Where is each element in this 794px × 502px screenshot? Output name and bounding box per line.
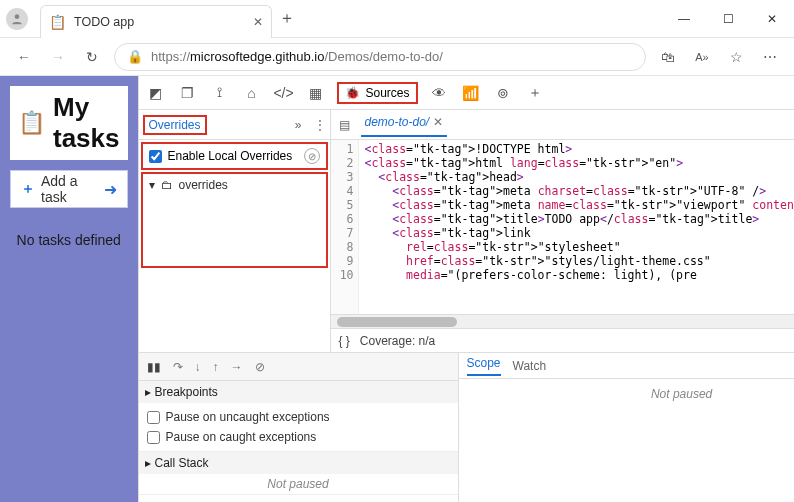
submit-task-icon[interactable]: ➜: [104, 180, 117, 199]
callstack-section: ▸ Call Stack Not paused: [139, 452, 458, 495]
page-icon[interactable]: ▤: [335, 118, 355, 132]
tab-title: TODO app: [74, 15, 245, 29]
clipboard-icon: 📋: [18, 110, 45, 136]
folder-icon: 🗀: [161, 178, 173, 192]
tab-favicon: 📋: [49, 14, 66, 30]
eye-icon[interactable]: 👁: [428, 85, 450, 101]
step-button[interactable]: →: [231, 360, 243, 374]
favorite-button[interactable]: ☆: [724, 49, 748, 65]
plus-icon: ＋: [21, 180, 35, 198]
close-window-button[interactable]: ✕: [750, 0, 794, 37]
debugger-pane: ▮▮ ↷ ↓ ↑ → ⊘ ▸ Breakpoints Pause on unca…: [139, 352, 795, 502]
device-toggle-icon[interactable]: ❐: [177, 85, 199, 101]
pretty-print-icon[interactable]: { }: [339, 334, 350, 348]
network-tab[interactable]: ▦: [305, 85, 327, 101]
inspect-element-icon[interactable]: ◩: [145, 85, 167, 101]
window-titlebar: 📋 TODO app ✕ ＋ ― ☐ ✕: [0, 0, 794, 38]
horizontal-scrollbar[interactable]: [331, 314, 795, 328]
pause-uncaught-checkbox[interactable]: Pause on uncaught exceptions: [147, 407, 450, 427]
callstack-header[interactable]: ▸ Call Stack: [139, 452, 458, 474]
coverage-status: Coverage: n/a: [360, 334, 435, 348]
triangle-down-icon: ▾: [149, 178, 155, 192]
line-gutter: 12345678910: [331, 140, 359, 314]
read-aloud-icon[interactable]: A»: [690, 51, 714, 63]
sources-tab[interactable]: 🐞 Sources: [337, 82, 418, 104]
close-tab-icon[interactable]: ✕: [253, 15, 263, 29]
app-title: My tasks: [53, 92, 120, 154]
svg-point-0: [15, 14, 20, 19]
file-tabs: ▤ demo-to-do/ ✕: [331, 110, 795, 140]
new-tab-button[interactable]: ＋: [272, 0, 302, 37]
more-button[interactable]: ⋯: [758, 49, 782, 65]
sources-editor: ▤ demo-to-do/ ✕ 12345678910 <class="tk-t…: [331, 110, 795, 352]
step-into-button[interactable]: ↓: [195, 360, 201, 374]
watch-tab[interactable]: Watch: [513, 359, 547, 373]
bug-icon: 🐞: [345, 86, 360, 100]
devtools-panel: ◩ ❐ ⟟ ⌂ </> ▦ 🐞 Sources 👁 📶 ⊚ ＋ ⋯ ? ✕: [138, 76, 795, 502]
debugger-toolbar: ▮▮ ↷ ↓ ↑ → ⊘: [139, 353, 458, 381]
enable-overrides-checkbox[interactable]: [149, 150, 162, 163]
devtools-toolbar: ◩ ❐ ⟟ ⌂ </> ▦ 🐞 Sources 👁 📶 ⊚ ＋ ⋯ ? ✕: [139, 76, 795, 110]
forward-button[interactable]: →: [46, 49, 70, 65]
pause-caught-checkbox[interactable]: Pause on caught exceptions: [147, 427, 450, 447]
back-button[interactable]: ←: [12, 49, 36, 65]
navigator-menu[interactable]: ⋮: [314, 118, 326, 132]
step-out-button[interactable]: ↑: [213, 360, 219, 374]
overrides-folder[interactable]: ▾ 🗀 overrides: [149, 178, 320, 192]
console-tab[interactable]: </>: [273, 85, 295, 101]
debugger-left: ▮▮ ↷ ↓ ↑ → ⊘ ▸ Breakpoints Pause on unca…: [139, 353, 459, 502]
pause-button[interactable]: ▮▮: [147, 360, 161, 374]
profile-button[interactable]: [0, 0, 34, 37]
step-over-button[interactable]: ↷: [173, 360, 183, 374]
performance-icon[interactable]: ⊚: [492, 85, 514, 101]
more-tabs-button[interactable]: ＋: [524, 84, 546, 102]
file-tab[interactable]: demo-to-do/ ✕: [361, 112, 448, 137]
app-header: 📋 My tasks: [10, 86, 128, 160]
breakpoints-section: ▸ Breakpoints Pause on uncaught exceptio…: [139, 381, 458, 452]
editor-status-bar: { } Coverage: n/a 🖼: [331, 328, 795, 352]
breakpoints-header[interactable]: ▸ Breakpoints: [139, 381, 458, 403]
browser-tab[interactable]: 📋 TODO app ✕: [40, 5, 272, 38]
person-icon: [6, 8, 28, 30]
welcome-icon[interactable]: ⟟: [209, 84, 231, 101]
clear-overrides-icon[interactable]: ⊘: [304, 148, 320, 164]
add-task-placeholder: Add a task: [41, 173, 98, 205]
enable-overrides-row[interactable]: Enable Local Overrides ⊘: [141, 142, 328, 170]
address-bar: ← → ↻ 🔒 https://microsoftedge.github.io/…: [0, 38, 794, 76]
shopping-icon[interactable]: 🛍: [656, 49, 680, 65]
code-lines: <class="tk-tag">!DOCTYPE html><class="tk…: [359, 140, 795, 314]
navigator-tabs: Overrides » ⋮: [139, 110, 330, 140]
add-task-input[interactable]: ＋ Add a task ➜: [10, 170, 128, 208]
chevron-down-icon[interactable]: »: [295, 118, 302, 132]
code-editor[interactable]: 12345678910 <class="tk-tag">!DOCTYPE htm…: [331, 140, 795, 314]
scope-pane: Scope Watch Not paused: [459, 353, 795, 502]
sources-navigator: Overrides » ⋮ Enable Local Overrides ⊘ ▾…: [139, 110, 331, 352]
minimize-button[interactable]: ―: [662, 0, 706, 37]
enable-overrides-label: Enable Local Overrides: [168, 149, 293, 163]
scope-tabs: Scope Watch: [459, 353, 795, 379]
deactivate-breakpoints-button[interactable]: ⊘: [255, 360, 265, 374]
sources-tab-label: Sources: [366, 86, 410, 100]
wifi-icon[interactable]: 📶: [460, 85, 482, 101]
close-file-icon[interactable]: ✕: [433, 115, 443, 129]
elements-tab[interactable]: ⌂: [241, 85, 263, 101]
lock-icon: 🔒: [127, 49, 143, 64]
overrides-tab[interactable]: Overrides: [143, 115, 207, 135]
folder-label: overrides: [179, 178, 228, 192]
url-input[interactable]: 🔒 https://microsoftedge.github.io/Demos/…: [114, 43, 646, 71]
todo-app: 📋 My tasks ＋ Add a task ➜ No tasks defin…: [0, 76, 138, 502]
overrides-tree: ▾ 🗀 overrides: [141, 172, 328, 268]
refresh-button[interactable]: ↻: [80, 49, 104, 65]
scope-tab[interactable]: Scope: [467, 356, 501, 376]
empty-state: No tasks defined: [10, 218, 128, 248]
scope-not-paused: Not paused: [459, 379, 795, 502]
callstack-not-paused: Not paused: [139, 474, 458, 494]
file-tab-label: demo-to-do/: [365, 115, 430, 129]
maximize-button[interactable]: ☐: [706, 0, 750, 37]
